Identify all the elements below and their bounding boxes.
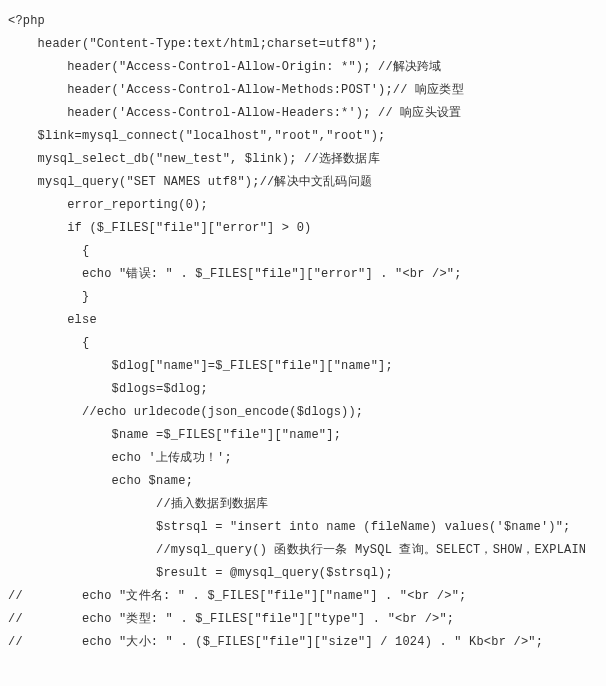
php-code-block: <?php header("Content-Type:text/html;cha… — [0, 0, 606, 664]
